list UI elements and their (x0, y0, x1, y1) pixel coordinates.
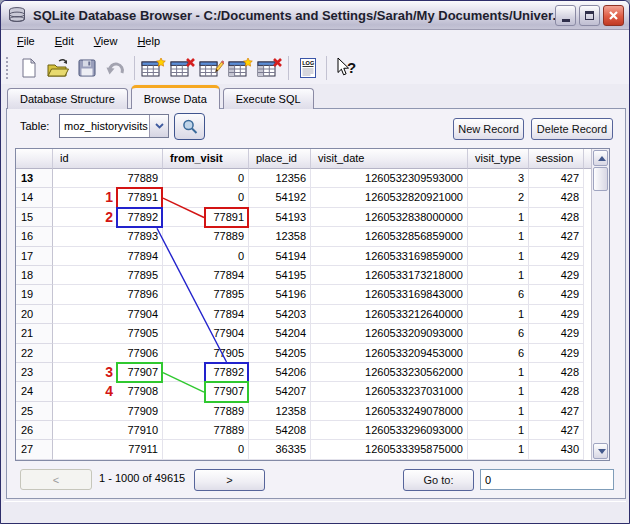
row-header-14[interactable]: 14 (16, 188, 53, 207)
cell-session[interactable]: 429 (529, 305, 584, 324)
cell-visit_date[interactable]: 1260532856859000 (311, 227, 468, 246)
cell-visit_date[interactable]: 1260533209093000 (311, 324, 468, 343)
cell-id[interactable]: 77895 (53, 266, 163, 285)
column-header-from_visit[interactable]: from_visit (163, 149, 249, 169)
tab-browse-data[interactable]: Browse Data (131, 85, 220, 109)
toolbar-drag-handle[interactable] (6, 57, 9, 79)
column-header-visit_type[interactable]: visit_type (468, 149, 529, 169)
cell-visit_type[interactable]: 1 (468, 266, 529, 285)
cell-visit_date[interactable]: 1260533296093000 (311, 421, 468, 440)
cell-visit_type[interactable]: 3 (468, 169, 529, 188)
cell-from_visit[interactable]: 0 (163, 169, 249, 188)
cell-from_visit[interactable]: 77889 (163, 402, 249, 421)
vertical-scrollbar[interactable] (591, 149, 609, 460)
cell-place_id[interactable]: 54206 (249, 363, 311, 382)
cell-from_visit[interactable]: 77895 (163, 285, 249, 304)
cell-visit_type[interactable]: 1 (468, 382, 529, 401)
cell-place_id[interactable]: 54193 (249, 208, 311, 227)
cell-place_id[interactable]: 54203 (249, 305, 311, 324)
cell-id[interactable]: 77907 (53, 363, 163, 382)
cell-visit_date[interactable]: 1260533395875000 (311, 440, 468, 459)
cell-session[interactable]: 429 (529, 266, 584, 285)
cell-from_visit[interactable]: 0 (163, 188, 249, 207)
cell-session[interactable]: 429 (529, 344, 584, 363)
row-header-25[interactable]: 25 (16, 402, 53, 421)
grid-corner-cell[interactable] (16, 149, 53, 169)
cell-visit_type[interactable]: 6 (468, 324, 529, 343)
scroll-thumb[interactable] (593, 167, 608, 191)
delete-table-button[interactable] (168, 54, 197, 82)
goto-input[interactable] (480, 469, 614, 490)
row-header-26[interactable]: 26 (16, 421, 53, 440)
cell-id[interactable]: 77889 (53, 169, 163, 188)
cell-from_visit[interactable]: 77891 (163, 208, 249, 227)
new-database-button[interactable] (14, 54, 43, 82)
column-header-place_id[interactable]: place_id (249, 149, 311, 169)
column-header-session[interactable]: session (529, 149, 584, 169)
close-button[interactable] (603, 5, 624, 26)
create-table-button[interactable] (139, 54, 168, 82)
cell-session[interactable]: 428 (529, 188, 584, 207)
row-header-21[interactable]: 21 (16, 324, 53, 343)
cell-visit_type[interactable]: 1 (468, 440, 529, 459)
cell-from_visit[interactable]: 0 (163, 247, 249, 266)
cell-id[interactable]: 77906 (53, 344, 163, 363)
cell-from_visit[interactable]: 77894 (163, 266, 249, 285)
goto-button[interactable]: Go to: (403, 469, 474, 491)
cell-session[interactable]: 430 (529, 440, 584, 459)
cell-session[interactable]: 429 (529, 285, 584, 304)
cell-place_id[interactable]: 12358 (249, 402, 311, 421)
cell-from_visit[interactable]: 77889 (163, 421, 249, 440)
cell-visit_date[interactable]: 1260533169859000 (311, 247, 468, 266)
cell-id[interactable]: 77896 (53, 285, 163, 304)
revert-changes-button[interactable] (101, 54, 130, 82)
cell-visit_type[interactable]: 1 (468, 227, 529, 246)
row-header-24[interactable]: 24 (16, 382, 53, 401)
cell-id[interactable]: 77904 (53, 305, 163, 324)
save-database-button[interactable] (72, 54, 101, 82)
cell-place_id[interactable]: 54194 (249, 247, 311, 266)
cell-visit_type[interactable]: 1 (468, 247, 529, 266)
cell-visit_type[interactable]: 1 (468, 421, 529, 440)
cell-session[interactable]: 427 (529, 227, 584, 246)
cell-session[interactable]: 428 (529, 363, 584, 382)
cell-place_id[interactable]: 54207 (249, 382, 311, 401)
cell-visit_type[interactable]: 1 (468, 208, 529, 227)
cell-id[interactable]: 77908 (53, 382, 163, 401)
delete-index-button[interactable] (255, 54, 284, 82)
cell-visit_type[interactable]: 1 (468, 363, 529, 382)
whats-this-button[interactable]: ? (331, 54, 360, 82)
cell-session[interactable]: 427 (529, 421, 584, 440)
create-index-button[interactable] (226, 54, 255, 82)
cell-id[interactable]: 77892 (53, 208, 163, 227)
cell-session[interactable]: 429 (529, 324, 584, 343)
row-header-22[interactable]: 22 (16, 344, 53, 363)
cell-visit_date[interactable]: 1260533209453000 (311, 344, 468, 363)
cell-id[interactable]: 77911 (53, 440, 163, 459)
table-select[interactable]: moz_historyvisits (59, 114, 169, 138)
minimize-button[interactable] (555, 5, 576, 26)
search-button[interactable] (174, 113, 205, 140)
row-header-13[interactable]: 13 (16, 169, 53, 188)
row-header-19[interactable]: 19 (16, 285, 53, 304)
row-header-17[interactable]: 17 (16, 247, 53, 266)
cell-session[interactable]: 427 (529, 169, 584, 188)
cell-from_visit[interactable]: 77904 (163, 324, 249, 343)
cell-visit_date[interactable]: 1260533173218000 (311, 266, 468, 285)
menu-view[interactable]: View (86, 32, 126, 50)
titlebar[interactable]: SQLite Database Browser - C:/Documents a… (1, 1, 629, 30)
cell-id[interactable]: 77905 (53, 324, 163, 343)
delete-record-button[interactable]: Delete Record (531, 118, 613, 140)
cell-from_visit[interactable]: 77907 (163, 382, 249, 401)
column-header-id[interactable]: id (53, 149, 163, 169)
row-header-18[interactable]: 18 (16, 266, 53, 285)
cell-session[interactable]: 427 (529, 402, 584, 421)
menu-edit[interactable]: Edit (47, 32, 82, 50)
cell-id[interactable]: 77909 (53, 402, 163, 421)
cell-from_visit[interactable]: 77905 (163, 344, 249, 363)
cell-visit_date[interactable]: 1260532309593000 (311, 169, 468, 188)
cell-place_id[interactable]: 54192 (249, 188, 311, 207)
new-record-button[interactable]: New Record (453, 118, 524, 140)
cell-session[interactable]: 428 (529, 382, 584, 401)
scroll-up-button[interactable] (593, 150, 608, 166)
